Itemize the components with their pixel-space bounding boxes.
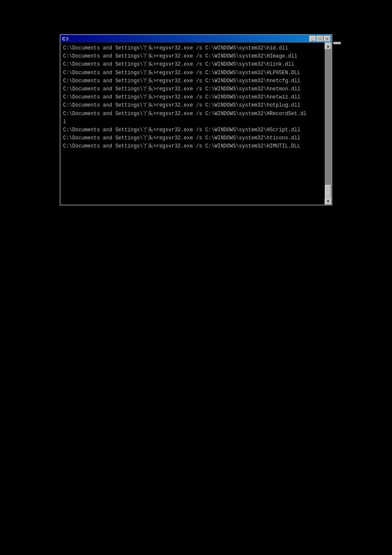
scroll-track[interactable] [325,49,331,198]
console-line: C:\Documents and Settings\丫头>regsvr32.ex… [61,101,331,110]
scroll-down-button[interactable]: ▼ [325,198,331,205]
console-line: C:\Documents and Settings\丫头>regsvr32.ex… [61,134,331,142]
minimize-button[interactable]: _ [309,36,316,42]
maximize-button[interactable]: □ [317,36,323,42]
console-line: C:\Documents and Settings\丫头>regsvr32.ex… [61,52,331,61]
console-line: C:\Documents and Settings\丫头>regsvr32.ex… [61,44,331,52]
maximize-side-label[interactable]: 最大化 [333,42,341,44]
console-line: C:\Documents and Settings\丫头>regsvr32.ex… [61,110,331,126]
console-line: C:\Documents and Settings\丫头>regsvr32.ex… [61,85,331,93]
title-bar: C:\ _ □ × [61,35,331,43]
scroll-up-button[interactable]: ▲ [325,43,331,49]
console-line: C:\Documents and Settings\丫头>regsvr32.ex… [61,69,331,77]
console-area: C:\Documents and Settings\丫头>regsvr32.ex… [61,43,331,205]
scroll-thumb[interactable] [325,185,331,198]
console-line: C:\Documents and Settings\丫头>regsvr32.ex… [61,77,331,85]
title-bar-controls: _ □ × [309,36,331,42]
console-line: C:\Documents and Settings\丫头>regsvr32.ex… [61,142,331,150]
vertical-scrollbar[interactable]: ▲ ▼ [325,43,331,205]
console-line: C:\Documents and Settings\丫头>regsvr32.ex… [61,61,331,69]
console-line: C:\Documents and Settings\丫头>regsvr32.ex… [61,93,331,101]
window-title: C:\ [61,36,69,41]
cmd-window-outer: C:\ _ □ × C:\Documents and Settings\丫头>r… [60,34,332,205]
console-line: C:\Documents and Settings\丫头>regsvr32.ex… [61,126,331,134]
cmd-window: C:\ _ □ × C:\Documents and Settings\丫头>r… [60,34,332,205]
close-button[interactable]: × [324,36,331,42]
